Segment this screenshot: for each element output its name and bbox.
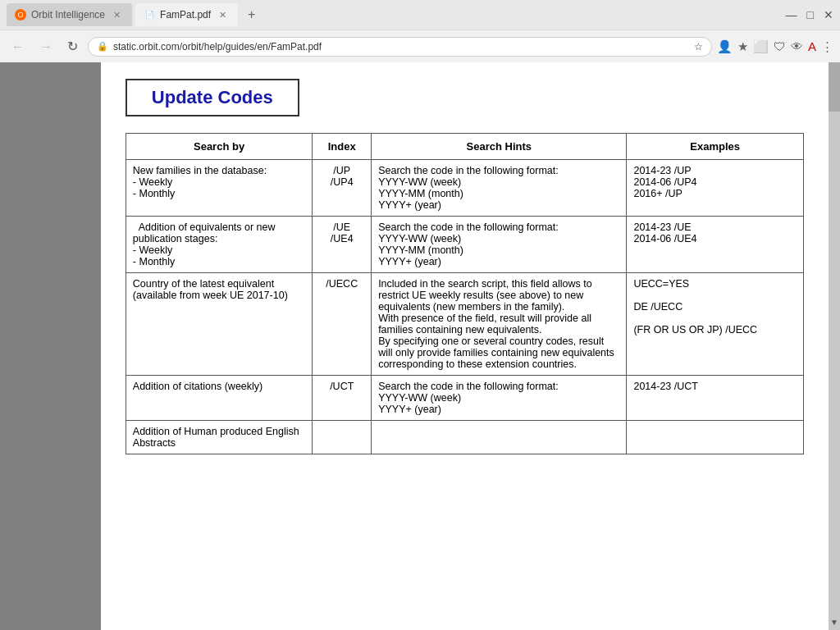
table-cell-row4-col1 — [313, 421, 372, 454]
refresh-button[interactable]: ↻ — [62, 35, 83, 57]
table-row: Addition of Human produced English Abstr… — [126, 421, 803, 454]
shield-icon[interactable]: 🛡 — [774, 39, 786, 53]
menu-icon[interactable]: ⋮ — [821, 39, 833, 54]
table-cell-row2-col2: Included in the search script, this fiel… — [372, 273, 627, 376]
table-cell-row4-col0: Addition of Human produced English Abstr… — [126, 421, 312, 454]
tab-fampat[interactable]: 📄 FamPat.pdf ✕ — [135, 3, 238, 26]
table-row: Country of the latest equivalent (availa… — [126, 273, 803, 376]
page-title-box: Update Codes — [126, 79, 299, 116]
table-cell-row1-col2: Search the code in the following format:… — [372, 217, 627, 273]
table-cell-row0-col2: Search the code in the following format:… — [372, 160, 627, 217]
table-cell-row2-col0: Country of the latest equivalent (availa… — [126, 273, 312, 376]
browser-chrome: O Orbit Intelligence ✕ 📄 FamPat.pdf ✕ + … — [0, 0, 840, 62]
extensions-icon[interactable]: ⬜ — [753, 39, 769, 54]
table-cell-row1-col1: /UE /UE4 — [313, 217, 372, 273]
table-cell-row2-col1: /UECC — [313, 273, 372, 376]
acrobat-icon[interactable]: A — [808, 39, 816, 53]
col-header-search-hints: Search Hints — [372, 134, 627, 160]
title-bar: O Orbit Intelligence ✕ 📄 FamPat.pdf ✕ + … — [0, 0, 840, 30]
update-codes-table: Search by Index Search Hints Examples Ne… — [126, 133, 804, 454]
nav-bar: ← → ↻ 🔒 static.orbit.com/orbit/help/guid… — [0, 30, 840, 62]
url-text: static.orbit.com/orbit/help/guides/en/Fa… — [113, 41, 689, 52]
close-button[interactable]: ✕ — [824, 8, 833, 21]
new-tab-button[interactable]: + — [241, 7, 262, 22]
table-cell-row3-col1: /UCT — [313, 376, 372, 421]
minimize-button[interactable]: — — [786, 8, 797, 21]
scrollbar[interactable]: ▼ — [829, 62, 840, 630]
back-button[interactable]: ← — [7, 36, 30, 57]
col-header-index: Index — [313, 134, 372, 160]
table-cell-row1-col0: Addition of equivalents or new publicati… — [126, 217, 312, 273]
table-row: Addition of equivalents or new publicati… — [126, 217, 803, 273]
page-title: Update Codes — [152, 87, 273, 107]
table-cell-row4-col3 — [627, 421, 804, 454]
page-content: Update Codes Search by Index Search Hint… — [101, 62, 829, 630]
tab-fampat-close[interactable]: ✕ — [216, 8, 230, 22]
table-row: Addition of citations (weekly)/UCTSearch… — [126, 376, 803, 421]
maximize-button[interactable]: □ — [807, 8, 814, 21]
forward-button[interactable]: → — [34, 36, 57, 57]
tab-orbit[interactable]: O Orbit Intelligence ✕ — [7, 3, 132, 26]
col-header-examples: Examples — [627, 134, 804, 160]
nav-icons: 👤 ★ ⬜ 🛡 👁 A ⋮ — [717, 39, 833, 54]
table-header-row: Search by Index Search Hints Examples — [126, 134, 803, 160]
address-bar[interactable]: 🔒 static.orbit.com/orbit/help/guides/en/… — [88, 37, 712, 57]
table-cell-row1-col3: 2014-23 /UE 2014-06 /UE4 — [627, 217, 804, 273]
table-cell-row3-col0: Addition of citations (weekly) — [126, 376, 312, 421]
profile-icon[interactable]: 👤 — [717, 39, 733, 54]
table-cell-row4-col2 — [372, 421, 627, 454]
table-row: New families in the database: - Weekly -… — [126, 160, 803, 217]
table-cell-row0-col3: 2014-23 /UP 2014-06 /UP4 2016+ /UP — [627, 160, 804, 217]
orbit-favicon: O — [15, 9, 26, 21]
bookmark-star-icon[interactable]: ★ — [737, 39, 748, 54]
secure-icon: 🔒 — [97, 41, 108, 52]
scrollbar-down-arrow[interactable]: ▼ — [829, 614, 840, 630]
tab-fampat-label: FamPat.pdf — [160, 9, 211, 21]
tab-orbit-close[interactable]: ✕ — [110, 8, 124, 22]
table-cell-row0-col1: /UP /UP4 — [313, 160, 372, 217]
window-controls: — □ ✕ — [786, 8, 833, 21]
col-header-search-by: Search by — [126, 134, 312, 160]
fampat-favicon: 📄 — [144, 9, 155, 21]
table-cell-row0-col0: New families in the database: - Weekly -… — [126, 160, 312, 217]
tab-orbit-label: Orbit Intelligence — [31, 9, 105, 21]
bookmark-icon[interactable]: ☆ — [694, 41, 703, 52]
table-cell-row3-col2: Search the code in the following format:… — [372, 376, 627, 421]
eye-icon[interactable]: 👁 — [791, 39, 803, 53]
table-cell-row3-col3: 2014-23 /UCT — [627, 376, 804, 421]
scrollbar-thumb[interactable] — [829, 62, 840, 112]
table-cell-row2-col3: UECC=YES DE /UECC (FR OR US OR JP) /UECC — [627, 273, 804, 376]
